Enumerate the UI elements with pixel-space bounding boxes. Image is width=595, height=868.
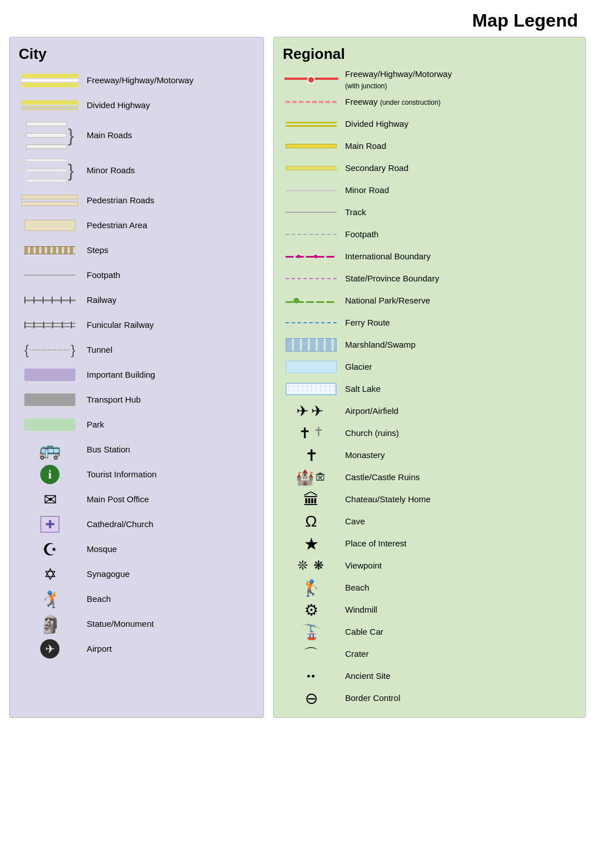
list-item: 🏛 Chateau/Stately Home	[283, 489, 576, 510]
list-item: Divided Highway	[283, 113, 576, 135]
beach-reg-icon: 🏌	[301, 579, 321, 597]
list-item: Divided Highway	[19, 93, 254, 117]
list-item: Marshland/Swamp	[283, 334, 576, 356]
list-item: Steps	[19, 238, 254, 262]
list-item: 🚡 Cable Car	[283, 621, 576, 643]
castle-ruins-icon: 🏚	[315, 471, 326, 484]
list-item: Transport Hub	[19, 388, 254, 412]
list-item: Pedestrian Area	[19, 213, 254, 237]
list-item: Park	[19, 413, 254, 437]
crater-icon: ⌒	[304, 644, 318, 664]
list-item: } Minor Roads	[19, 153, 254, 187]
list-item: Freeway (under construction)	[283, 91, 576, 113]
list-item: } Main Roads	[19, 118, 254, 152]
border-icon: ⊖	[305, 689, 318, 708]
cave-icon: Ω	[305, 512, 317, 531]
statue-icon: 🗿	[40, 614, 61, 634]
list-item: 🗿 Statue/Monument	[19, 612, 254, 636]
list-item: Ferry Route	[283, 312, 576, 333]
list-item: Footpath	[19, 263, 254, 287]
list-item: { } Tunnel	[19, 338, 254, 362]
cablecar-icon: 🚡	[302, 623, 320, 641]
list-item: ✉ Main Post Office	[19, 488, 254, 511]
list-item: Ω Cave	[283, 511, 576, 532]
list-item: Secondary Road	[283, 157, 576, 179]
chateau-icon: 🏛	[303, 490, 319, 509]
airport-reg-icon: ✈✈	[296, 403, 326, 420]
viewpoint-icon: ❊ ❋	[298, 558, 325, 573]
list-item: ✚ Cathedral/Church	[19, 512, 254, 536]
synagogue-icon: ✡	[44, 565, 57, 584]
list-item: ❊ ❋ Viewpoint	[283, 555, 576, 576]
list-item: Glacier	[283, 356, 576, 378]
list-item: ✡ Synagogue	[19, 562, 254, 586]
list-item: ★ Place of Interest	[283, 533, 576, 554]
list-item: Salt Lake	[283, 378, 576, 400]
bus-icon: 🚌	[39, 439, 61, 460]
list-item: Main Road	[283, 135, 576, 157]
castle-icon: 🏰	[296, 469, 315, 486]
list-item: 🏌 Beach	[19, 587, 254, 611]
list-item: ⊖ Border Control	[283, 687, 576, 709]
list-item: Minor Road	[283, 179, 576, 201]
list-item: State/Province Boundary	[283, 268, 576, 289]
post-icon: ✉	[44, 490, 57, 509]
church-reg-icon: ✝	[299, 425, 313, 442]
list-item: i Tourist Information	[19, 463, 254, 486]
list-item: National Park/Reserve	[283, 290, 576, 311]
city-section: City Freeway/Highway/Motorway Divided Hi…	[9, 37, 264, 718]
ancient-icon: ⦁⦁	[307, 670, 316, 682]
list-item: 🚌 Bus Station	[19, 438, 254, 461]
page-title: Map Legend	[0, 0, 595, 37]
regional-heading: Regional	[283, 45, 576, 63]
list-item: ⌒ Crater	[283, 643, 576, 665]
list-item: International Boundary	[283, 246, 576, 267]
poi-icon: ★	[304, 534, 319, 554]
beach-city-icon: 🏌	[40, 590, 60, 609]
list-item: Track	[283, 202, 576, 223]
mosque-icon: ☪	[42, 540, 58, 559]
regional-section: Regional Freeway/Highway/Motorway(with j…	[273, 37, 586, 718]
list-item: Railway	[19, 288, 254, 312]
list-item: ☪ Mosque	[19, 537, 254, 561]
list-item: ⦁⦁ Ancient Site	[283, 665, 576, 687]
list-item: Funicular Railway	[19, 313, 254, 337]
list-item: Important Building	[19, 363, 254, 387]
list-item: 🏌 Beach	[283, 577, 576, 598]
list-item: Freeway/Highway/Motorway	[19, 69, 254, 92]
list-item: ✝ ✝ Church (ruins)	[283, 422, 576, 444]
monastery-icon: ✝	[305, 446, 318, 465]
list-item: ✈ Airport	[19, 637, 254, 661]
windmill-icon: ⚙	[304, 601, 318, 619]
list-item: Footpath	[283, 224, 576, 245]
list-item: ✈✈ Airport/Airfield	[283, 400, 576, 422]
list-item: Pedestrian Roads	[19, 189, 254, 212]
list-item: 🏰 🏚 Castle/Castle Ruins	[283, 467, 576, 488]
list-item: Freeway/Highway/Motorway(with junction)	[283, 69, 576, 91]
list-item: ✝ Monastery	[283, 444, 576, 466]
city-heading: City	[19, 45, 254, 63]
list-item: ⚙ Windmill	[283, 599, 576, 621]
church-ruins-icon: ✝	[313, 425, 324, 439]
